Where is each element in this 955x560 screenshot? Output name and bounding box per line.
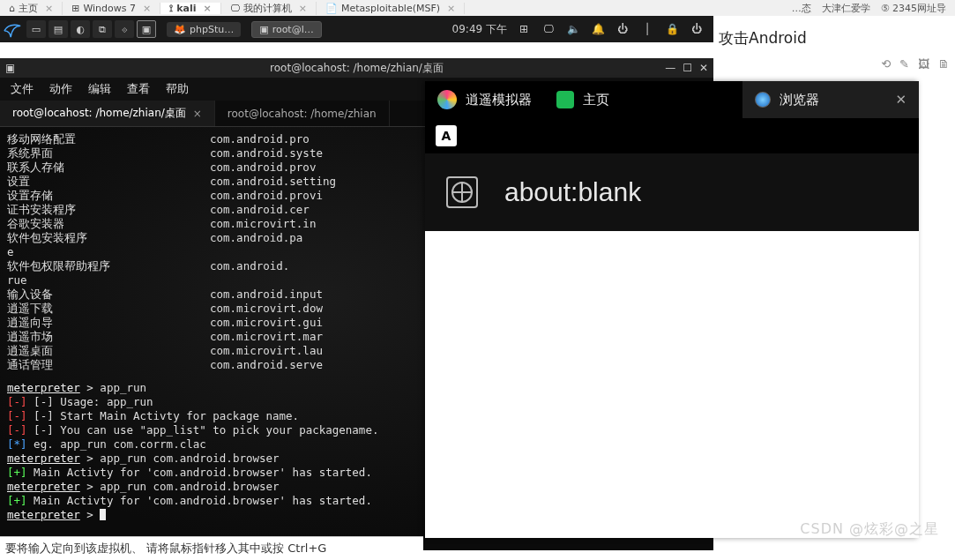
maximize-icon[interactable]: ☐ — [683, 62, 692, 74]
window-menu-icon[interactable]: ▣ — [5, 62, 15, 74]
background-browser: 攻击Android ⟲ ✎ 🖼 🗎 — [713, 16, 955, 81]
host-tab[interactable]: 🖵我的计算机× — [221, 2, 317, 15]
computer-icon: 🖵 — [230, 3, 240, 14]
windows-icon: ⊞ — [71, 3, 79, 14]
bookmark-item[interactable]: …态 — [792, 2, 811, 15]
bookmark-item[interactable]: 大津仁爱学 — [822, 2, 870, 15]
browser-icon[interactable]: ◐ — [71, 20, 90, 38]
window-title: root@locahost: /home/zhian/桌面 — [270, 61, 444, 76]
terminal-icon: ▣ — [259, 24, 268, 35]
terminal-tab[interactable]: root@locahost: /home/zhian — [215, 101, 390, 126]
firefox-icon: 🦊 — [174, 24, 186, 35]
page-title: 攻击Android — [713, 16, 955, 54]
host-tab[interactable]: 📄Metasploitable(MSF)× — [317, 3, 465, 14]
emulator-home-tab[interactable]: 主页 — [544, 81, 622, 118]
task-label: root@l… — [272, 24, 314, 35]
tab-label: root@locahost: /home/zhian — [228, 108, 377, 120]
close-icon[interactable]: ✕ — [895, 92, 907, 108]
terminal-tab[interactable]: root@locahost: /home/zhian/桌面× — [0, 101, 215, 126]
emulator-tab-bar: 逍遥模拟器 主页 浏览器 ✕ — [425, 81, 919, 118]
menu-actions[interactable]: 动作 — [49, 81, 72, 97]
tab-label: 主页 — [19, 2, 38, 15]
document-icon[interactable]: 🗎 — [938, 57, 950, 71]
host-tab[interactable]: ⊞Windows 7× — [63, 3, 160, 14]
kali-icon: ⟟ — [169, 3, 173, 14]
close-icon[interactable]: ✕ — [699, 62, 708, 74]
android-emulator: 逍遥模拟器 主页 浏览器 ✕ A about:blank — [425, 81, 919, 538]
globe-icon — [755, 92, 771, 108]
host-tab-kali[interactable]: ⟟kali× — [160, 3, 221, 14]
tab-label: Metasploitable(MSF) — [341, 3, 440, 14]
panel-clock[interactable]: 09:49 下午 — [452, 22, 507, 37]
bookmark-item[interactable]: ⑤ 2345网址导 — [881, 2, 946, 15]
kali-logo-icon[interactable] — [0, 17, 25, 41]
show-desktop-icon[interactable]: ▭ — [26, 20, 46, 38]
host-tab-bar: ⌂主页× ⊞Windows 7× ⟟kali× 🖵我的计算机× 📄Metaspl… — [0, 0, 955, 16]
globe-icon — [446, 176, 478, 208]
close-icon[interactable]: × — [299, 3, 307, 14]
document-icon: 📄 — [325, 3, 338, 14]
menu-edit[interactable]: 编辑 — [88, 81, 111, 97]
menu-help[interactable]: 帮助 — [166, 81, 189, 97]
page-toolbar: ⟲ ✎ 🖼 🗎 — [713, 54, 955, 74]
kali-top-panel: ▭ ▤ ◐ ⧉ ⟐ ▣ 🦊 phpStu… ▣ root@l… 09:49 下午… — [0, 16, 713, 42]
task-label: phpStu… — [190, 24, 234, 35]
browser-url-bar[interactable]: about:blank — [425, 153, 919, 231]
home-icon — [556, 91, 574, 108]
emulator-name: 逍遥模拟器 — [466, 92, 532, 108]
url-text: about:blank — [504, 177, 641, 207]
tab-label: 主页 — [583, 92, 609, 108]
image-icon[interactable]: 🖼 — [918, 57, 929, 71]
edit-icon[interactable]: ✎ — [899, 57, 909, 71]
tab-label: root@locahost: /home/zhian/桌面 — [12, 106, 186, 121]
volume-icon[interactable]: 🔈 — [565, 23, 581, 35]
panel-quicklaunch: ▭ ▤ ◐ ⧉ ⟐ ▣ — [26, 20, 156, 38]
code-icon[interactable]: ⟐ — [115, 20, 134, 38]
home-icon: ⌂ — [9, 3, 15, 14]
refresh-icon[interactable]: ⟲ — [881, 57, 891, 71]
tab-label: Windows 7 — [83, 3, 136, 14]
tab-label: kali — [176, 3, 196, 14]
status-badge: A — [436, 125, 457, 146]
host-tab[interactable]: ⌂主页× — [0, 2, 63, 15]
android-status-bar: A — [425, 118, 919, 153]
close-icon[interactable]: × — [45, 3, 53, 14]
close-icon[interactable]: × — [447, 3, 455, 14]
minimize-icon[interactable]: — — [665, 62, 675, 74]
tab-label: 我的计算机 — [243, 2, 292, 15]
files-icon[interactable]: ▤ — [48, 20, 68, 38]
emulator-browser-tab[interactable]: 浏览器 ✕ — [742, 81, 919, 118]
close-icon[interactable]: × — [143, 3, 151, 14]
taskbar-item-terminal[interactable]: ▣ root@l… — [251, 21, 322, 38]
terminal-titlebar[interactable]: ▣ root@locahost: /home/zhian/桌面 — ☐ ✕ — [0, 58, 713, 78]
tab-label: 浏览器 — [780, 92, 819, 108]
browser-viewport[interactable] — [425, 231, 919, 538]
taskbar-item-phpstudy[interactable]: 🦊 phpStu… — [167, 22, 241, 37]
panel-tray: 09:49 下午 ⊞ 🖵 🔈 🔔 ⏻ │ 🔒 ⏻ — [452, 22, 713, 37]
emulator-title[interactable]: 逍遥模拟器 — [425, 81, 544, 118]
terminal-icon[interactable]: ⧉ — [93, 20, 112, 38]
notifications-icon[interactable]: 🔔 — [590, 23, 606, 35]
close-icon[interactable]: × — [204, 3, 212, 14]
workspace-icon[interactable]: ⊞ — [516, 23, 532, 35]
menu-file[interactable]: 文件 — [11, 81, 34, 97]
term-icon[interactable]: ▣ — [137, 20, 156, 38]
host-bookmark-bar: …态 大津仁爱学 ⑤ 2345网址导 — [792, 2, 955, 15]
separator: │ — [639, 23, 655, 35]
display-icon[interactable]: 🖵 — [541, 23, 556, 35]
menu-view[interactable]: 查看 — [127, 81, 150, 97]
lock-icon[interactable]: 🔒 — [664, 23, 680, 35]
vm-input-hint: 要将输入定向到该虚拟机、 请将鼠标指针移入其中或按 Ctrl+G — [0, 536, 423, 560]
network-icon[interactable]: ⏻ — [615, 23, 630, 35]
emulator-logo-icon — [437, 90, 457, 109]
close-icon[interactable]: × — [193, 108, 202, 120]
power-icon[interactable]: ⏻ — [689, 23, 705, 35]
